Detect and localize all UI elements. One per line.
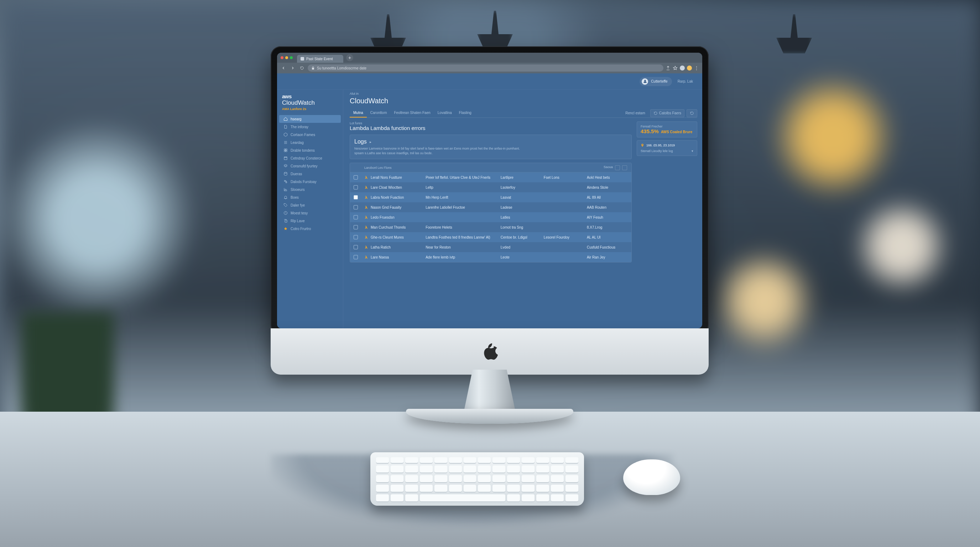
tab-caronttom[interactable]: Caronttom xyxy=(367,109,391,118)
share-icon[interactable] xyxy=(665,65,671,70)
row-checkbox[interactable] xyxy=(353,225,358,229)
row-checkbox[interactable] xyxy=(353,235,358,239)
sidebar-item-label: hsearg xyxy=(291,117,302,121)
row-name: Lare Nsesa xyxy=(371,255,389,259)
sidebar-item-moest-tesy[interactable]: Moest tesy xyxy=(279,209,341,217)
extension-icon[interactable] xyxy=(687,65,692,70)
sidebar-item-hsearg[interactable]: hsearg xyxy=(279,115,341,123)
app-header: Cutterteffe Rarp. Lak xyxy=(277,73,702,90)
browser-right-actions: ⋮ xyxy=(665,65,699,71)
row-checkbox[interactable] xyxy=(353,245,358,249)
window-maximize[interactable] xyxy=(290,56,293,59)
nav-reload-button[interactable] xyxy=(298,64,305,72)
content-right: Fereatl Frecher 435.5% AWS Coaled Brure … xyxy=(637,121,697,262)
url-bar[interactable]: Su tuneettta Lomdioscrme date xyxy=(308,64,663,72)
sidebar-item-dueras[interactable]: Dueras xyxy=(279,170,341,178)
sidebar-item-the-inforay[interactable]: The inforay xyxy=(279,123,341,131)
key xyxy=(376,475,389,483)
sidebar-item-leardag[interactable]: Leardag xyxy=(279,138,341,146)
row-checkbox[interactable] xyxy=(353,205,358,209)
row-checkbox[interactable] xyxy=(353,175,358,180)
sidebar-item-drable-tondens[interactable]: Drable tondens xyxy=(279,146,341,154)
sidebar-item-consnufd-fyurtey[interactable]: Consnufd fyurtey xyxy=(279,162,341,170)
sidebar-item-dalods-furstoay[interactable]: Dalods Furstoay xyxy=(279,178,341,186)
row-name: Nason Gnd Fauaity xyxy=(371,205,401,209)
table-row[interactable]: Ledo FruesdsnLatlesAlY Fesuh xyxy=(350,212,632,222)
table-row[interactable]: Lare Cloat WiocttenLeltpLsoterfoyAindera… xyxy=(350,182,632,192)
sidebar-item-slooeurs[interactable]: Slooeurs xyxy=(279,186,341,193)
stat-value-suffix: AWS Coaled Brure xyxy=(661,130,692,134)
sidebar-logo[interactable]: aws CloudWatch AMA Lanfore 2s xyxy=(277,93,343,114)
tab-flasting[interactable]: Flasting xyxy=(455,109,475,118)
sidebar-item-boes[interactable]: Boes xyxy=(279,193,341,201)
imac: Past State Event + Su tu xyxy=(270,46,709,438)
kebab-menu-icon[interactable]: ⋮ xyxy=(694,65,699,71)
key xyxy=(420,466,433,473)
key xyxy=(522,485,535,493)
key xyxy=(420,475,433,483)
logs-heading-row[interactable]: Logs ▸ xyxy=(354,138,627,145)
row-checkbox[interactable] xyxy=(353,185,358,189)
user-chip[interactable]: Cutterteffe xyxy=(640,77,672,86)
table-row[interactable]: Nason Gnd FauaityLarenfre Latiollel Fruc… xyxy=(350,202,632,212)
row-col3: Lsoterfoy xyxy=(501,186,542,189)
sidebar-item-cotro-frurtro[interactable]: Cotro Frurtro xyxy=(279,225,341,232)
breadcrumb[interactable]: Alut in xyxy=(350,92,697,95)
db-icon xyxy=(283,172,288,176)
key xyxy=(464,485,476,493)
star-icon[interactable] xyxy=(673,65,678,70)
tab-lovatlina[interactable]: Lovatlina xyxy=(434,109,455,118)
service-name: CloudWatch xyxy=(282,99,338,107)
table-settings-button[interactable] xyxy=(615,165,620,170)
window-minimize[interactable] xyxy=(285,56,288,59)
window-close[interactable] xyxy=(281,56,283,59)
table-row[interactable]: Labra Noelr FuactionMn Herp LenftLasvatA… xyxy=(350,192,632,202)
chevron-down-icon[interactable]: ▾ xyxy=(692,149,693,153)
table-row[interactable]: Lerall Nors FustturePreer lof ftefol. Ur… xyxy=(350,172,632,182)
stat-card-errors: Fereatl Frecher 435.5% AWS Coaled Brure xyxy=(637,121,697,137)
key xyxy=(478,466,491,473)
sidebar: aws CloudWatch AMA Lanfore 2s hseargThe … xyxy=(277,90,343,328)
sidebar-item-label: Boes xyxy=(291,196,299,199)
sidebar-item-cetndray-consterce[interactable]: Cetndray Consterce xyxy=(279,154,341,162)
sidebar-item-label: Rlp Lave xyxy=(291,219,304,223)
sidebar-item-label: Leardag xyxy=(291,141,304,145)
tab-action-more[interactable] xyxy=(687,109,697,117)
region-selector[interactable]: Rarp. Lak xyxy=(678,80,693,83)
tab-action-catolbs-faers[interactable]: Catolbs Faers xyxy=(650,109,684,117)
reload-icon xyxy=(300,66,304,70)
table-row[interactable]: Latha RatichNear for RestonLvdedCusfuld … xyxy=(350,242,632,252)
table-row[interactable]: Lare NsesaAde flere lemb ivtpLeoteAir Ra… xyxy=(350,252,632,262)
sidebar-item-daler-fye[interactable]: Daler fye xyxy=(279,201,341,209)
row-name: Ghe-rs Cleunt Mures xyxy=(371,235,404,239)
stat-footer-label: Stenatl Lieodty lele log xyxy=(641,149,673,153)
svg-point-0 xyxy=(284,172,287,173)
row-desc: Ade flere lemb ivtp xyxy=(426,255,498,259)
extension-icon[interactable] xyxy=(680,65,685,70)
key xyxy=(420,457,433,464)
row-checkbox[interactable] xyxy=(353,195,358,199)
flow-icon xyxy=(283,180,288,184)
row-checkbox[interactable] xyxy=(353,215,358,219)
plus-icon: + xyxy=(348,55,351,60)
row-col4: Lesorel Fourdoy xyxy=(544,235,585,239)
sidebar-item-cortaon-fames[interactable]: Cortaon Fames xyxy=(279,131,341,138)
sidebar-item-rlp-lave[interactable]: Rlp Lave xyxy=(279,217,341,225)
lock-icon xyxy=(311,66,315,70)
table-expand-button[interactable] xyxy=(622,165,627,170)
tab-action-rencl-estam[interactable]: Rencl estam xyxy=(622,110,648,116)
row-desc: Fooretore Helets xyxy=(426,226,498,229)
tab-mutna[interactable]: Mutna xyxy=(350,109,367,118)
row-checkbox[interactable] xyxy=(353,255,358,259)
nav-forward-button[interactable] xyxy=(289,64,296,72)
row-name: Lare Cloat Wioctten xyxy=(371,186,402,189)
tab-feoltrean-shaten-faen[interactable]: Feoltrean Shaten Faen xyxy=(390,109,434,118)
browser-tab[interactable]: Past State Event xyxy=(297,55,343,63)
new-tab-button[interactable]: + xyxy=(346,54,353,61)
table-row[interactable]: Man Curchust ThorelsFooretore HeletsLorn… xyxy=(350,222,632,232)
table-row[interactable]: Ghe-rs Cleunt MuresLandtra Fosthes ted 8… xyxy=(350,232,632,242)
key xyxy=(478,457,491,464)
row-desc: Larenfre Latiollel Fructoe xyxy=(426,205,498,209)
key xyxy=(507,466,520,473)
nav-back-button[interactable] xyxy=(280,64,287,72)
